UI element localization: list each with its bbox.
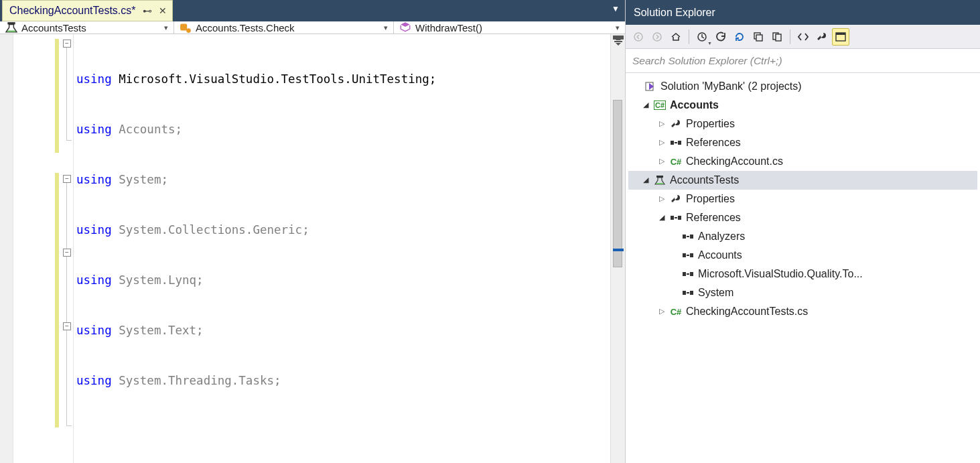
search-input[interactable] bbox=[626, 49, 980, 72]
node-label: Microsoft.VisualStudio.Quality.To... bbox=[698, 268, 863, 280]
show-all-files-button[interactable] bbox=[768, 28, 786, 46]
reference-accounts[interactable]: Accounts bbox=[628, 246, 977, 265]
svg-rect-21 bbox=[683, 235, 686, 239]
reference-icon bbox=[682, 268, 694, 280]
expand-arrow-icon[interactable]: ▷ bbox=[658, 138, 666, 147]
code-text: System.Collections.Generic; bbox=[112, 223, 309, 237]
kw-using: using bbox=[76, 123, 112, 136]
nav-type-label: Accounts.Tests.Check bbox=[196, 22, 295, 34]
expand-arrow-icon[interactable]: ▷ bbox=[658, 307, 666, 316]
sync-active-document-button[interactable] bbox=[712, 28, 729, 46]
vertical-scrollbar[interactable] bbox=[610, 34, 625, 463]
svg-point-2 bbox=[186, 28, 191, 33]
svg-rect-16 bbox=[678, 141, 681, 145]
svg-rect-27 bbox=[683, 272, 686, 276]
panel-title-text: Solution Explorer bbox=[634, 7, 715, 19]
node-label: References bbox=[686, 137, 741, 149]
change-marker bbox=[55, 39, 59, 153]
node-label: CheckingAccount.cs bbox=[686, 155, 783, 168]
expand-arrow-icon[interactable]: ▷ bbox=[658, 194, 666, 203]
pending-changes-filter-button[interactable]: ▼ bbox=[693, 28, 711, 46]
kw-using: using bbox=[76, 324, 112, 337]
blank-line bbox=[74, 423, 610, 440]
code-editor[interactable]: − − − − using Microsoft.VisualStudio.Tes… bbox=[0, 34, 625, 463]
arrow-placeholder bbox=[632, 82, 640, 90]
reference-icon bbox=[682, 287, 694, 299]
properties-node[interactable]: ▷ Properties bbox=[628, 190, 977, 208]
collapse-toggle[interactable]: − bbox=[63, 175, 71, 183]
nav-project-label: AccountsTests bbox=[21, 22, 86, 34]
close-icon[interactable]: ✕ bbox=[159, 5, 167, 16]
svg-rect-26 bbox=[690, 253, 693, 257]
nav-back-button[interactable] bbox=[630, 28, 647, 46]
active-files-dropdown-icon[interactable]: ▼ bbox=[612, 4, 620, 13]
svg-rect-10 bbox=[776, 34, 781, 41]
project-accounts[interactable]: ◢ C# Accounts bbox=[628, 96, 977, 115]
expand-arrow-icon[interactable]: ▷ bbox=[658, 119, 666, 128]
svg-rect-8 bbox=[756, 35, 762, 41]
scrollbar-thumb[interactable] bbox=[613, 100, 622, 267]
svg-rect-14 bbox=[671, 141, 674, 145]
references-icon bbox=[670, 212, 682, 224]
svg-rect-18 bbox=[671, 216, 674, 220]
preview-selected-items-button[interactable] bbox=[832, 28, 849, 46]
references-node[interactable]: ▷ References bbox=[628, 133, 977, 152]
svg-rect-22 bbox=[687, 236, 689, 237]
navigation-bar: AccountsTests ▾ Accounts.Tests.Check ▾ W… bbox=[0, 21, 625, 34]
svg-rect-32 bbox=[690, 291, 693, 295]
pin-icon[interactable]: ⊷ bbox=[143, 5, 152, 16]
svg-rect-28 bbox=[687, 273, 689, 275]
solution-explorer-search[interactable] bbox=[626, 49, 980, 73]
svg-rect-23 bbox=[690, 235, 693, 239]
solution-explorer-title[interactable]: Solution Explorer bbox=[626, 0, 980, 25]
file-checkingaccounttests[interactable]: ▷ C# CheckingAccountTests.cs bbox=[628, 302, 977, 321]
properties-button[interactable] bbox=[813, 28, 831, 46]
chevron-down-icon: ▼ bbox=[707, 41, 712, 46]
refresh-button[interactable] bbox=[731, 28, 748, 46]
collapse-all-button[interactable] bbox=[750, 28, 767, 46]
code-area[interactable]: using Microsoft.VisualStudio.TestTools.U… bbox=[74, 34, 610, 463]
chevron-down-icon: ▾ bbox=[384, 23, 388, 32]
kw-using: using bbox=[76, 273, 112, 287]
nav-member-dropdown[interactable]: WithdrawTest() ▾ bbox=[394, 21, 625, 34]
outlining-margin: − − − − bbox=[62, 34, 74, 463]
change-marker bbox=[55, 173, 59, 427]
document-tab-checkingaccounttests[interactable]: CheckingAccountTests.cs* ⊷ ✕ bbox=[2, 0, 173, 21]
node-label: Properties bbox=[686, 193, 735, 205]
node-label: Properties bbox=[686, 118, 735, 130]
expand-arrow-icon[interactable]: ▷ bbox=[658, 157, 666, 166]
document-tab-title: CheckingAccountTests.cs* bbox=[9, 5, 136, 17]
csharp-file-icon: C# bbox=[670, 306, 682, 318]
expand-arrow-icon[interactable]: ◢ bbox=[642, 101, 650, 109]
nav-forward-button[interactable] bbox=[648, 28, 666, 46]
change-marker-strip bbox=[13, 34, 62, 463]
reference-system[interactable]: System bbox=[628, 283, 977, 302]
view-code-button[interactable] bbox=[794, 28, 812, 46]
expand-arrow-icon[interactable]: ◢ bbox=[658, 213, 666, 222]
toolbar-separator bbox=[790, 29, 790, 44]
wrench-icon bbox=[670, 118, 682, 130]
collapse-toggle[interactable]: − bbox=[63, 249, 71, 257]
svg-rect-15 bbox=[675, 142, 677, 143]
references-node[interactable]: ◢ References bbox=[628, 208, 977, 227]
test-project-icon bbox=[654, 174, 666, 186]
nav-type-dropdown[interactable]: Accounts.Tests.Check ▾ bbox=[174, 21, 394, 34]
properties-node[interactable]: ▷ Properties bbox=[628, 115, 977, 133]
solution-node[interactable]: Solution 'MyBank' (2 projects) bbox=[628, 77, 977, 96]
file-checkingaccount[interactable]: ▷ C# CheckingAccount.cs bbox=[628, 152, 977, 171]
kw-using: using bbox=[76, 72, 112, 86]
reference-ms-vs-quality[interactable]: Microsoft.VisualStudio.Quality.To... bbox=[628, 265, 977, 283]
solution-tree[interactable]: Solution 'MyBank' (2 projects) ◢ C# Acco… bbox=[626, 73, 980, 463]
home-button[interactable] bbox=[667, 28, 685, 46]
collapse-toggle[interactable]: − bbox=[63, 40, 71, 48]
outline-cap bbox=[66, 425, 72, 426]
expand-arrow-icon[interactable]: ◢ bbox=[642, 176, 650, 184]
collapse-toggle[interactable]: − bbox=[63, 322, 71, 330]
project-accountstests[interactable]: ◢ AccountsTests bbox=[628, 171, 977, 190]
split-grip-icon[interactable] bbox=[613, 37, 624, 45]
nav-project-dropdown[interactable]: AccountsTests ▾ bbox=[0, 21, 174, 34]
selection-margin bbox=[0, 34, 13, 463]
reference-analyzers[interactable]: Analyzers bbox=[628, 227, 977, 246]
solution-icon bbox=[644, 80, 656, 92]
svg-rect-19 bbox=[675, 217, 677, 218]
